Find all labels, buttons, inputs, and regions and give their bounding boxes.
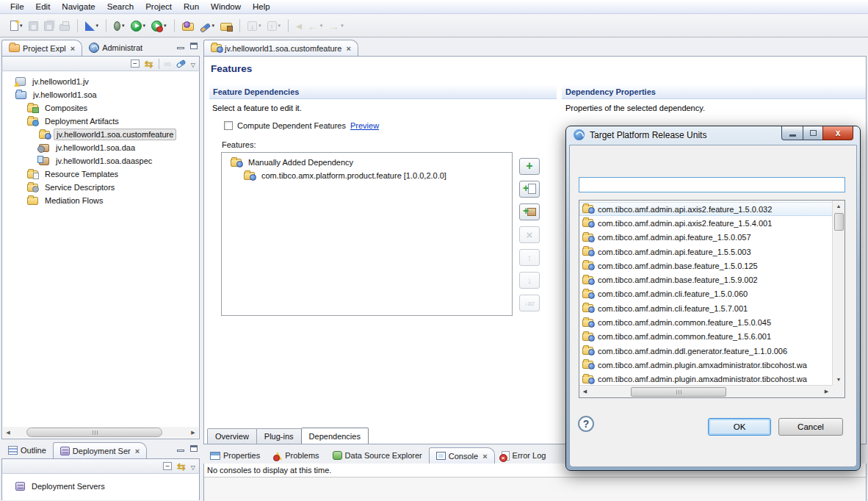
horizontal-scrollbar[interactable]: ◀ ▶ [3,427,198,438]
toolbar-button[interactable]: ▾ [288,19,289,32]
close-icon[interactable]: × [135,447,140,455]
view-toolbar-button-focus[interactable] [164,58,171,69]
toolbar-button-debug[interactable]: ▾ [112,17,127,35]
menu-item[interactable]: Window [205,1,247,12]
feature-tree-item-feature[interactable]: Manually Added Dependency [222,156,512,169]
dropdown-arrow-icon[interactable]: ▾ [278,23,281,29]
feature-action-button-remove[interactable] [519,226,540,243]
toolbar-button-open-folder[interactable]: ▾ [218,17,234,35]
menu-item[interactable]: Edit [30,1,57,12]
view-toolbar-button-collapse-all[interactable] [163,462,172,470]
menu-item[interactable]: File [4,1,30,12]
menu-item[interactable]: Run [178,1,205,12]
toolbar-button[interactable]: ▾ [106,19,106,32]
toolbar-button[interactable]: ▾ [174,19,175,32]
feature-action-button-move-up[interactable] [519,249,540,266]
help-button[interactable]: ? [578,416,594,432]
vertical-scrollbar[interactable]: ▲ ▼ [832,201,845,385]
editor-page-tab[interactable]: Dependencies [301,428,369,444]
tree-item-service-descriptors[interactable]: Service Descriptors [2,181,199,194]
dropdown-arrow-icon[interactable]: ▾ [212,23,215,29]
view-toolbar-button-view-menu[interactable] [191,462,195,471]
toolbar-button[interactable]: ▾ [239,19,240,32]
close-icon[interactable]: × [346,44,350,53]
menu-item[interactable]: Navigate [56,1,101,12]
tree-item-mediation-flows[interactable]: Mediation Flows [2,194,199,207]
toolbar-button-run[interactable]: ▾ [129,17,148,35]
release-unit-row[interactable]: com.tibco.amf.admin.api.axis2.feature_1.… [579,202,832,216]
dropdown-arrow-icon[interactable]: ▾ [341,23,344,29]
feature-action-button-add-feature[interactable] [519,203,540,220]
view-tab-outline[interactable]: Outline× [1,442,53,458]
feature-action-button-add-plugin[interactable] [519,181,540,198]
toolbar-button-highlight[interactable]: ▾ [198,17,217,35]
scroll-right-icon[interactable]: ▶ [821,389,832,394]
view-toolbar-button-link-swap[interactable] [177,461,186,472]
release-unit-row[interactable]: com.tibco.amf.admin.api.axis2.feature_1.… [579,216,832,230]
view-toolbar-button-pill[interactable] [176,62,186,66]
view-tab-data-source[interactable]: Data Source Explorer× [326,447,429,464]
release-unit-row[interactable]: com.tibco.amf.admin.api.feature_1.5.0.05… [579,231,832,245]
tree-item-project-jv[interactable]: jv.helloworld1.jv [2,75,199,88]
maximize-view-icon[interactable] [190,43,198,49]
menu-item[interactable]: Search [101,1,140,12]
preview-link[interactable]: Preview [350,121,379,130]
tree-item-server[interactable]: Deployment Servers [2,480,199,493]
toolbar-button-design[interactable]: ▾ [83,17,101,35]
tree-item-project-soa[interactable]: jv.helloworld1.soa [2,88,199,101]
view-toolbar-button-view-menu[interactable] [191,60,195,68]
release-unit-row[interactable]: com.tibco.amf.admin.base.feature_1.5.9.0… [579,273,832,286]
minimize-button[interactable] [781,126,803,140]
toolbar-button-forward[interactable]: ▾ [326,17,346,35]
view-toolbar-button[interactable] [159,59,159,69]
dropdown-arrow-icon[interactable]: ▾ [96,23,99,29]
compute-dependent-checkbox[interactable] [224,121,233,130]
release-unit-row[interactable]: com.tibco.amf.admin.api.feature_1.5.5.00… [579,245,832,259]
toolbar-button-run-history[interactable]: ▾ [149,17,169,35]
toolbar-button-next-annotation[interactable]: ▾ [245,17,264,35]
view-tab-problems[interactable]: Problems× [267,447,325,464]
feature-action-button-add[interactable] [519,158,540,175]
view-tab-pe-folder[interactable]: Project Expl× [1,40,82,56]
maximize-view-icon[interactable] [190,445,198,452]
tree-item-daa[interactable]: jv.helloworld1.soa.daa [2,141,199,154]
feature-tree-item-feature[interactable]: com.tibco.amx.platform.product.feature [… [222,169,512,182]
tree-item-feature[interactable]: jv.helloworld1.soa.customfeature [2,128,199,141]
tree-item-deployment-artifacts[interactable]: Deployment Artifacts [2,115,199,128]
close-button[interactable]: x [822,126,853,140]
toolbar-button[interactable]: ▾ [77,19,78,32]
editor-page-tab[interactable]: Plug-ins [256,428,302,444]
release-units-list[interactable]: com.tibco.amf.admin.api.axis2.feature_1.… [579,200,845,398]
close-icon[interactable]: × [70,44,75,53]
scroll-down-icon[interactable]: ▼ [836,374,842,385]
toolbar-button-back[interactable]: ▾ [305,17,325,35]
dropdown-arrow-icon[interactable]: ▾ [320,23,323,29]
scroll-left-icon[interactable]: ◀ [3,430,13,436]
dropdown-arrow-icon[interactable]: ▾ [143,23,146,29]
view-tab-properties[interactable]: Properties× [203,447,267,464]
minimize-view-icon[interactable] [177,47,184,49]
toolbar-button-import-folder[interactable]: ▾ [180,17,196,35]
menu-item[interactable]: Help [247,1,276,12]
minimize-view-icon[interactable] [177,450,184,452]
filter-input[interactable] [579,177,845,192]
feature-action-button-move-down[interactable] [519,272,540,289]
close-icon[interactable]: × [482,452,487,461]
dialog-title-bar[interactable]: Target Platform Release Units [574,129,706,140]
release-unit-row[interactable]: com.tibco.amf.admin.plugin.amxadministra… [579,372,832,385]
toolbar-button-last-edit[interactable]: ▾ [294,17,304,35]
toolbar-button-save-all[interactable]: ▾ [42,17,56,35]
dropdown-arrow-icon[interactable]: ▾ [20,23,23,29]
release-unit-row[interactable]: com.tibco.amf.admin.cli.feature_1.5.7.00… [579,301,832,315]
toolbar-button-save[interactable]: ▾ [26,17,40,35]
view-tab-error-log[interactable]: Error Log× [495,447,553,464]
maximize-button[interactable] [803,126,823,140]
view-tab-server[interactable]: Deployment Ser× [53,442,147,458]
ok-button[interactable]: OK [708,418,771,436]
editor-page-tab[interactable]: Overview [207,428,257,444]
horizontal-scrollbar[interactable]: ◀ ▶ [579,385,832,397]
release-unit-row[interactable]: com.tibco.amf.admin.common.feature_1.5.6… [579,330,832,344]
scroll-up-icon[interactable]: ▲ [836,201,842,212]
release-unit-row[interactable]: com.tibco.amf.admin.base.feature_1.5.0.1… [579,259,832,273]
tree-item-resource-templates[interactable]: Resource Templates [2,167,199,181]
